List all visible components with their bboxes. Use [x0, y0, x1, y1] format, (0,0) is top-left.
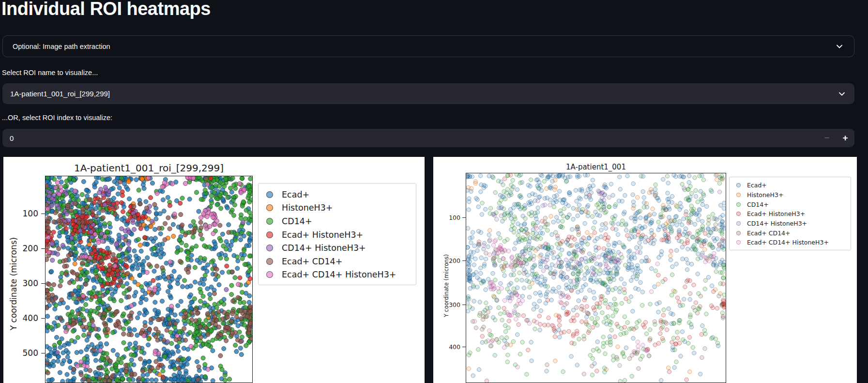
legend-marker-icon — [266, 204, 273, 211]
legend-item: CD14+ HistoneH3+ — [733, 219, 851, 229]
legend-marker-icon — [736, 183, 741, 187]
decrement-button[interactable]: − — [818, 129, 836, 147]
y-tick-mark — [462, 217, 466, 218]
y-tick-label: 200 — [23, 244, 38, 253]
roi-index-label: ...OR, select ROI index to visualize: — [2, 114, 112, 122]
legend-item-label: CD14+ HistoneH3+ — [747, 220, 807, 227]
legend-item: Ecad+ — [262, 188, 416, 201]
figure-full-image-scatter: 1A-patient1_001 Y coordinate (microns) 1… — [433, 157, 857, 383]
y-tick-mark — [462, 347, 466, 347]
legend-item: Ecad+ CD14+ HistoneH3+ — [733, 238, 851, 247]
chart-title: 1A-patient1_001_roi_[299,299] — [45, 162, 253, 174]
y-tick-mark — [41, 353, 45, 353]
legend-item-label: Ecad+ CD14+ — [282, 257, 342, 266]
y-tick-label: 400 — [23, 313, 38, 323]
plot-area: 100200300400 — [466, 173, 726, 383]
legend-item: CD14+ HistoneH3+ — [262, 241, 416, 255]
legend-item-label: Ecad+ CD14+ HistoneH3+ — [282, 270, 396, 279]
chevron-down-icon — [835, 42, 844, 51]
legend-item-label: Ecad+ — [747, 182, 767, 189]
legend-item-label: CD14+ HistoneH3+ — [282, 243, 366, 253]
y-tick-mark — [41, 283, 45, 284]
legend-item: CD14+ — [733, 199, 851, 209]
y-tick-mark — [41, 214, 45, 214]
y-tick-label: 200 — [449, 257, 460, 264]
legend: Ecad+HistoneH3+CD14+Ecad+ HistoneH3+CD14… — [729, 177, 851, 250]
figure-roi-scatter: 1A-patient1_001_roi_[299,299] Y coordina… — [3, 157, 425, 383]
legend-item-label: Ecad+ — [282, 190, 309, 199]
legend-item-label: HistoneH3+ — [282, 203, 333, 213]
legend-item-label: HistoneH3+ — [747, 191, 783, 199]
legend-marker-icon — [736, 212, 741, 216]
legend-marker-icon — [736, 231, 741, 235]
legend-item: Ecad+ CD14+ HistoneH3+ — [262, 268, 416, 282]
legend-marker-icon — [266, 271, 273, 278]
y-axis-label: Y coordinate (microns) — [9, 237, 18, 330]
y-tick-mark — [41, 248, 45, 249]
legend-item-label: Ecad+ HistoneH3+ — [747, 210, 805, 217]
legend-marker-icon — [266, 245, 273, 251]
legend-item: HistoneH3+ — [262, 201, 416, 215]
legend: Ecad+HistoneH3+CD14+Ecad+ HistoneH3+CD14… — [258, 183, 416, 285]
legend-item: Ecad+ HistoneH3+ — [262, 228, 416, 242]
legend-marker-icon — [266, 231, 273, 238]
legend-marker-icon — [736, 202, 741, 207]
y-axis-ticks: 100200300400 — [466, 173, 726, 383]
y-tick-mark — [462, 260, 466, 261]
legend-item-label: CD14+ — [282, 216, 312, 226]
legend-marker-icon — [266, 258, 273, 265]
y-tick-label: 300 — [449, 301, 460, 308]
increment-button[interactable]: + — [836, 129, 854, 147]
legend-marker-icon — [736, 221, 741, 226]
roi-index-input[interactable]: 0 − + — [2, 129, 854, 147]
legend-item: Ecad+ — [733, 181, 851, 190]
y-tick-label: 100 — [449, 214, 460, 221]
chevron-down-icon — [837, 89, 847, 99]
y-tick-label: 400 — [449, 343, 460, 351]
expander-image-path-extraction[interactable]: Optional: Image path extraction — [2, 35, 854, 57]
legend-item-label: Ecad+ CD14+ HistoneH3+ — [747, 239, 829, 246]
plot-area: 100200300400500 — [45, 176, 253, 383]
app-root: Individual ROI heatmaps Optional: Image … — [0, 0, 868, 383]
y-tick-label: 100 — [23, 209, 38, 218]
legend-item-label: Ecad+ HistoneH3+ — [282, 230, 363, 240]
y-tick-mark — [462, 305, 466, 305]
y-tick-label: 300 — [23, 278, 38, 288]
expander-label: Optional: Image path extraction — [13, 43, 110, 50]
legend-marker-icon — [266, 191, 273, 198]
legend-marker-icon — [736, 240, 741, 245]
legend-marker-icon — [266, 218, 273, 225]
roi-name-label: Select ROI name to visualize... — [2, 69, 98, 77]
legend-item: CD14+ — [262, 214, 416, 228]
legend-marker-icon — [736, 193, 741, 197]
chart-title: 1A-patient1_001 — [466, 163, 726, 171]
roi-name-select-value: 1A-patient1_001_roi_[299,299] — [10, 90, 110, 98]
roi-name-select[interactable]: 1A-patient1_001_roi_[299,299] — [2, 83, 854, 104]
legend-item-label: Ecad+ CD14+ — [747, 230, 791, 237]
legend-item: HistoneH3+ — [733, 190, 851, 200]
y-axis-ticks: 100200300400500 — [46, 176, 252, 383]
y-tick-mark — [41, 318, 45, 319]
roi-index-value[interactable]: 0 — [10, 134, 14, 142]
legend-item: Ecad+ HistoneH3+ — [733, 209, 851, 219]
page-title: Individual ROI heatmaps — [1, 0, 211, 21]
legend-item: Ecad+ CD14+ — [733, 228, 851, 238]
y-tick-label: 500 — [23, 348, 38, 358]
legend-item-label: CD14+ — [747, 201, 769, 208]
legend-item: Ecad+ CD14+ — [262, 255, 416, 268]
